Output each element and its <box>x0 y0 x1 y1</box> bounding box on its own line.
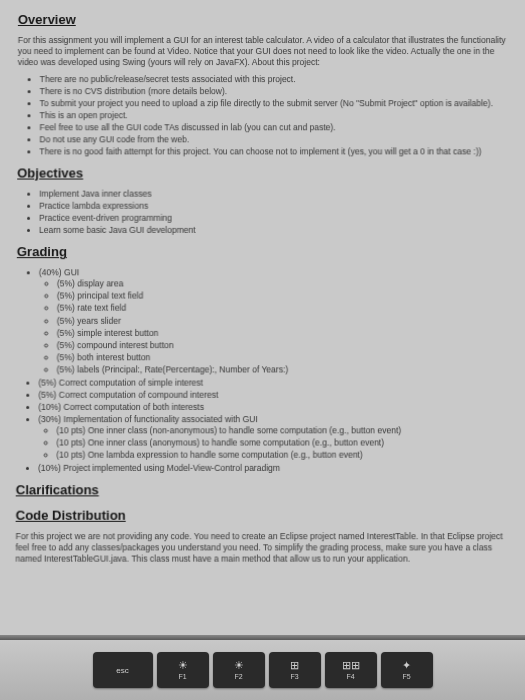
brightness-down-icon: ☀ <box>178 660 188 671</box>
f3-key[interactable]: ⊞ F3 <box>269 652 321 688</box>
list-item: (10%) Project implemented using Model-Vi… <box>38 463 509 474</box>
list-item: (5%) labels (Principal:, Rate(Percentage… <box>57 364 509 375</box>
impl-label: (30%) Implementation of functionality as… <box>38 414 258 424</box>
grading-list: (40%) GUI (5%) display area (5%) princip… <box>38 268 509 475</box>
list-item: (5%) Correct computation of simple inter… <box>38 377 508 388</box>
overview-heading: Overview <box>18 12 507 29</box>
list-item: This is an open project. <box>39 110 507 121</box>
esc-key[interactable]: esc <box>93 652 153 688</box>
overview-intro: For this assignment you will implement a… <box>18 35 508 68</box>
f4-key[interactable]: ⊞⊞ F4 <box>325 652 377 688</box>
list-item: (10 pts) One inner class (anonymous) to … <box>56 437 509 448</box>
list-item: Practice event-driven programming <box>39 213 508 224</box>
list-item: Practice lambda expressions <box>39 201 508 212</box>
list-item: There is no good faith attempt for this … <box>39 147 507 158</box>
list-item: Learn some basic Java GUI development <box>39 225 508 236</box>
key-label: F4 <box>346 673 354 680</box>
objectives-heading: Objectives <box>17 166 508 183</box>
f2-key[interactable]: ☀ F2 <box>213 652 265 688</box>
list-item: There are no public/release/secret tests… <box>40 74 508 85</box>
list-item: (5%) both interest button <box>57 352 509 363</box>
gui-label: (40%) GUI <box>39 268 79 278</box>
key-label: esc <box>116 666 128 675</box>
list-item: (30%) Implementation of functionality as… <box>38 414 509 461</box>
mission-control-icon: ⊞ <box>290 660 299 671</box>
list-item: (10 pts) One inner class (non-anonymous)… <box>56 425 509 436</box>
code-dist-text: For this project we are not providing an… <box>15 531 509 565</box>
f1-key[interactable]: ☀ F1 <box>157 652 209 688</box>
list-item: Feel free to use all the GUI code TAs di… <box>39 122 507 133</box>
list-item: (5%) principal text field <box>57 291 509 302</box>
code-dist-heading: Code Distribution <box>16 508 510 525</box>
list-item: (10%) Correct computation of both intere… <box>38 402 509 413</box>
list-item: (5%) display area <box>57 279 508 290</box>
list-item: (5%) years slider <box>57 315 509 326</box>
brightness-up-icon: ☀ <box>234 660 244 671</box>
list-item: There is no CVS distribution (more detai… <box>40 86 508 97</box>
keyboard-light-icon: ✦ <box>402 660 411 671</box>
list-item: Do not use any GUI code from the web. <box>39 135 507 146</box>
f5-key[interactable]: ✦ F5 <box>381 652 433 688</box>
list-item: Implement Java inner classes <box>39 189 508 200</box>
list-item: (5%) compound interest button <box>57 340 509 351</box>
key-label: F5 <box>402 673 410 680</box>
list-item: (40%) GUI (5%) display area (5%) princip… <box>38 268 508 376</box>
objectives-list: Implement Java inner classes Practice la… <box>39 189 508 237</box>
list-item: (5%) Correct computation of compound int… <box>38 389 508 400</box>
keyboard: esc ☀ F1 ☀ F2 ⊞ F3 ⊞⊞ F4 ✦ F5 <box>0 640 525 700</box>
key-label: F2 <box>234 673 242 680</box>
key-label: F1 <box>178 673 186 680</box>
launchpad-icon: ⊞⊞ <box>342 660 360 671</box>
clarifications-heading: Clarifications <box>16 482 510 499</box>
grading-heading: Grading <box>17 244 508 261</box>
list-item: (5%) simple interest button <box>57 327 509 338</box>
document-viewport: Overview For this assignment you will im… <box>0 0 525 648</box>
overview-list: There are no public/release/secret tests… <box>39 74 507 158</box>
list-item: To submit your project you need to uploa… <box>40 98 508 109</box>
key-label: F3 <box>290 673 298 680</box>
list-item: (10 pts) One lambda expression to handle… <box>56 450 509 461</box>
list-item: (5%) rate text field <box>57 303 509 314</box>
